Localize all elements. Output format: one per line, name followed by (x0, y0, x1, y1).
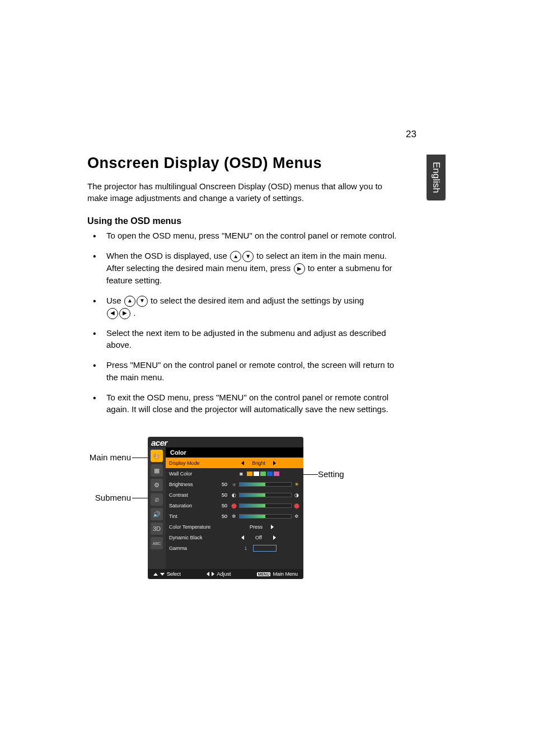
leader-line (301, 474, 318, 475)
up-arrow-icon: ▲ (124, 296, 135, 307)
row-value: 50 (217, 503, 227, 508)
sidebar-item-color[interactable]: 🎨 (151, 450, 163, 462)
brand-logo: acer (148, 437, 303, 447)
sidebar-item-image[interactable]: ▦ (151, 464, 163, 477)
down-arrow-icon (160, 573, 165, 576)
spacer (166, 553, 303, 569)
contrast-low-icon: ◐ (231, 492, 237, 498)
footer-adjust: Adjust (207, 571, 231, 577)
right-arrow-icon[interactable] (273, 535, 276, 540)
osd-window: acer 🎨 ▦ ⚙ ⎚ 🔊 3D ABC Color Di (148, 437, 303, 579)
text: When the OSD is displayed, use (106, 251, 229, 260)
footer-menu: MENU Main Menu (257, 571, 298, 577)
page: 23 English Onscreen Display (OSD) Menus … (0, 0, 534, 638)
row-label: Color Temperature (169, 524, 217, 530)
row-value: Bright (246, 460, 271, 466)
right-arrow-icon (212, 572, 214, 576)
row-label: Contrast (169, 492, 217, 498)
sidebar-item-management[interactable]: ⎚ (151, 493, 163, 506)
footer-select: Select (153, 571, 181, 577)
menu-key-icon: MENU (257, 572, 271, 576)
bullet-item: Press "MENU" on the control panel or rem… (87, 359, 401, 384)
right-arrow-icon[interactable] (271, 525, 274, 529)
row-value: 50 (217, 492, 227, 498)
row-dynamic-black[interactable]: Dynamic Black Off (166, 532, 303, 543)
right-arrow-icon: ▶ (294, 263, 305, 274)
osd-sidebar: 🎨 ▦ ⚙ ⎚ 🔊 3D ABC (148, 447, 166, 569)
row-label: Brightness (169, 482, 217, 487)
slider[interactable] (239, 503, 292, 508)
row-label: Wall Color (169, 471, 217, 477)
tint-low-icon: ✲ (231, 514, 237, 519)
color-swatch (247, 472, 252, 476)
row-value: 50 (217, 482, 227, 487)
row-tint[interactable]: Tint 50 ✲ ✲ (166, 511, 303, 521)
sidebar-item-setting[interactable]: ⚙ (151, 479, 163, 491)
color-swatch (267, 472, 273, 476)
row-brightness[interactable]: Brightness 50 ☼ ☀ (166, 479, 303, 489)
camera-icon: ◙ (238, 471, 245, 477)
content: Onscreen Display (OSD) Menus The project… (87, 155, 401, 605)
row-label: Tint (169, 514, 217, 519)
row-label: Gamma (169, 545, 217, 551)
osd-panel: Color Display Mode Bright Wall Color (166, 447, 303, 569)
sidebar-item-language[interactable]: ABC (151, 537, 163, 549)
color-swatch (260, 472, 266, 476)
bullet-item: Select the next item to be adjusted in t… (87, 327, 401, 352)
bullet-list: To open the OSD menu, press "MENU" on th… (87, 230, 401, 416)
row-contrast[interactable]: Contrast 50 ◐ ◑ (166, 489, 303, 500)
bullet-item: To open the OSD menu, press "MENU" on th… (87, 230, 401, 242)
right-arrow-icon: ▶ (119, 308, 130, 319)
callout-setting: Setting (318, 469, 344, 479)
leader-line (132, 458, 149, 458)
color-swatches (247, 472, 279, 476)
row-display-mode[interactable]: Display Mode Bright (166, 458, 303, 468)
down-arrow-icon: ▼ (242, 251, 254, 262)
brightness-high-icon: ☀ (293, 482, 300, 487)
callout-main-menu: Main menu (83, 452, 131, 462)
section-heading: Using the OSD menus (87, 216, 401, 226)
page-number: 23 (406, 129, 416, 140)
row-value: Press (244, 524, 269, 530)
panel-title: Color (166, 447, 303, 458)
left-arrow-icon[interactable] (241, 535, 244, 540)
sidebar-item-audio[interactable]: 🔊 (151, 508, 163, 520)
row-value: Off (246, 535, 271, 540)
row-label: Saturation (169, 503, 217, 508)
bullet-item: To exit the OSD menu, press "MENU" on th… (87, 391, 401, 416)
footer-text: Adjust (217, 571, 231, 577)
gamma-box (253, 545, 277, 552)
row-gamma[interactable]: Gamma 1 (166, 543, 303, 553)
footer-text: Main Menu (273, 571, 298, 577)
color-swatch (274, 472, 279, 476)
right-arrow-icon[interactable] (273, 461, 276, 465)
osd-diagram: Main menu Submenu Setting acer 🎨 ▦ ⚙ ⎚ 🔊… (87, 437, 401, 605)
leader-line (132, 498, 149, 498)
row-wall-color[interactable]: Wall Color ◙ (166, 468, 303, 479)
up-arrow-icon (153, 573, 158, 576)
row-value: 50 (217, 514, 227, 519)
footer-text: Select (167, 571, 181, 577)
saturation-high-icon: ⬤ (293, 503, 300, 508)
row-color-temperature[interactable]: Color Temperature Press (166, 521, 303, 532)
tint-high-icon: ✲ (293, 514, 300, 519)
osd-body: 🎨 ▦ ⚙ ⎚ 🔊 3D ABC Color Display Mode (148, 447, 303, 569)
brightness-low-icon: ☼ (231, 482, 237, 487)
up-arrow-icon: ▲ (230, 251, 241, 262)
text: . (133, 308, 135, 318)
left-arrow-icon[interactable] (241, 461, 244, 465)
down-arrow-icon: ▼ (137, 296, 148, 307)
row-saturation[interactable]: Saturation 50 ⬤ ⬤ (166, 500, 303, 511)
slider[interactable] (239, 493, 292, 497)
slider[interactable] (239, 482, 292, 487)
slider[interactable] (239, 514, 292, 519)
osd-footer: Select Adjust MENU Main Menu (148, 569, 303, 579)
intro-text: The projector has multilingual Onscreen … (87, 180, 401, 204)
page-title: Onscreen Display (OSD) Menus (87, 155, 401, 172)
bullet-item: Use ▲▼ to select the desired item and ad… (87, 295, 401, 319)
row-label: Dynamic Black (169, 535, 217, 540)
left-arrow-icon (207, 572, 209, 576)
sidebar-item-3d[interactable]: 3D (151, 522, 163, 535)
language-tab: English (427, 155, 446, 200)
left-arrow-icon: ◀ (107, 308, 118, 319)
